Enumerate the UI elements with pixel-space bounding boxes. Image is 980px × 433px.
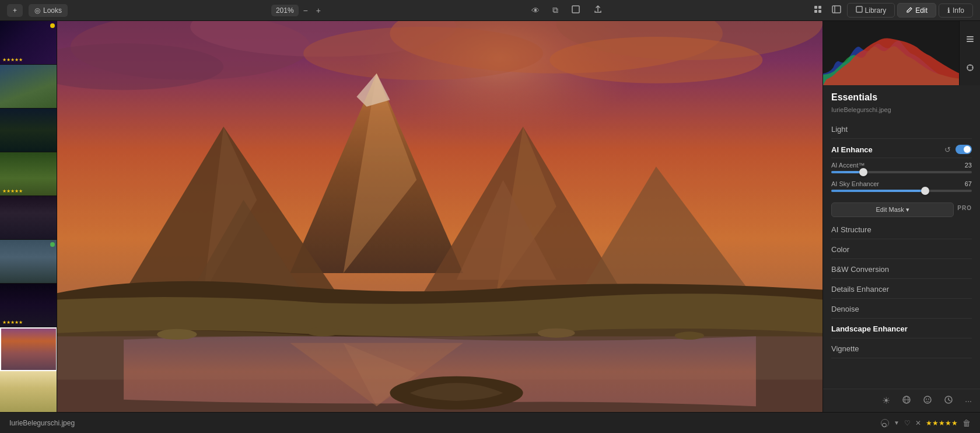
zoom-display[interactable]: 201% — [271, 5, 299, 16]
histogram-area — [823, 21, 980, 85]
crop-icon — [571, 5, 580, 16]
svg-point-50 — [928, 399, 929, 400]
layers-panel-icon[interactable] — [962, 31, 978, 47]
panel-filename: IurieBelegurschi.jpeg — [831, 106, 972, 113]
library-button[interactable]: Library — [847, 3, 895, 18]
add-button[interactable]: + — [7, 4, 23, 17]
crop-button[interactable] — [568, 2, 584, 18]
svg-rect-0 — [572, 6, 579, 13]
section-denoise[interactable]: Denoise — [831, 300, 972, 319]
zoom-in-button[interactable]: + — [313, 4, 324, 18]
main-image-svg — [57, 21, 822, 412]
preview-button[interactable]: 👁 — [528, 4, 543, 18]
section-ai-structure[interactable]: AI Structure — [831, 221, 972, 239]
film-item-8[interactable] — [0, 327, 57, 371]
svg-rect-38 — [967, 39, 974, 40]
zoom-out-button[interactable]: − — [300, 4, 312, 18]
ai-sky-label-row: AI Sky Enhancer 67 — [831, 180, 972, 187]
main-content: ★★★★★ ★★★★★ ★★★★★ ★★★★★ — [0, 21, 980, 412]
film-stars-7: ★★★★★ — [2, 320, 23, 325]
status-delete[interactable]: 🗑 — [963, 418, 971, 428]
pro-badge: PRO — [957, 205, 972, 211]
edit-button[interactable]: Edit — [897, 3, 936, 18]
film-item-3[interactable] — [0, 109, 57, 152]
edit-label: Edit — [915, 6, 928, 15]
section-landscape[interactable]: Landscape Enhancer — [831, 320, 972, 338]
ai-enhance-undo-button[interactable]: ↺ — [944, 145, 951, 154]
film-stars-1: ★★★★★ — [2, 57, 23, 62]
film-item-9[interactable] — [0, 371, 57, 412]
compare-button[interactable]: ⧉ — [549, 3, 562, 18]
globe-icon — [902, 395, 911, 406]
section-vignette[interactable]: Vignette — [831, 340, 972, 358]
panel-title: Essentials — [831, 92, 972, 103]
section-denoise-label: Denoise — [831, 305, 859, 313]
section-ai-structure-label: AI Structure — [831, 225, 872, 234]
info-icon: ℹ — [947, 6, 950, 15]
sun-icon: ☀ — [882, 395, 890, 406]
svg-point-48 — [924, 396, 931, 403]
three-dots-icon: ··· — [965, 396, 972, 406]
section-landscape-label: Landscape Enhancer — [831, 324, 908, 333]
share-button[interactable] — [590, 2, 606, 18]
status-heart[interactable]: ♡ — [904, 419, 911, 427]
edit-icon — [906, 6, 913, 15]
film-item-1[interactable]: ★★★★★ — [0, 21, 57, 65]
info-button[interactable]: ℹ Info — [939, 4, 973, 18]
sidebar-toggle-button[interactable] — [828, 2, 845, 18]
edit-mask-button[interactable]: Edit Mask ▾ — [831, 202, 954, 217]
section-bw[interactable]: B&W Conversion — [831, 260, 972, 279]
dots-icon-button[interactable]: ··· — [961, 394, 975, 408]
ai-enhance-header: AI Enhance ↺ — [831, 140, 972, 158]
clock-icon-button[interactable] — [940, 393, 957, 408]
grid-icon — [813, 5, 822, 16]
right-panel: Essentials IurieBelegurschi.jpeg Light A… — [822, 21, 980, 412]
status-circle-down[interactable]: ▼ — [894, 420, 900, 426]
library-icon — [856, 6, 863, 15]
status-rating[interactable]: ★★★★★ — [926, 419, 958, 427]
sun-icon-button[interactable]: ☀ — [878, 393, 894, 408]
section-details[interactable]: Details Enhancer — [831, 280, 972, 299]
svg-rect-2 — [818, 6, 821, 9]
svg-rect-5 — [832, 6, 841, 13]
ai-sky-track[interactable] — [831, 190, 972, 192]
looks-label: Looks — [43, 6, 62, 15]
looks-button[interactable]: ◎ Looks — [29, 4, 68, 17]
globe-icon-button[interactable] — [898, 393, 915, 408]
status-circle[interactable]: ○ — [881, 419, 889, 427]
section-light[interactable]: Light — [831, 120, 972, 139]
ai-accent-label: AI Accent™ — [831, 162, 864, 169]
film-item-4[interactable]: ★★★★★ — [0, 152, 57, 196]
panel-bottom-icons: ☀ — [823, 389, 980, 412]
film-item-2[interactable] — [0, 65, 57, 109]
adjustments-panel-icon[interactable] — [962, 60, 978, 76]
status-actions: ○ ▼ ♡ ✕ ★★★★★ 🗑 — [881, 418, 971, 428]
grid-button[interactable] — [810, 2, 826, 18]
ai-accent-thumb[interactable] — [859, 168, 867, 176]
face-icon-button[interactable] — [919, 393, 936, 408]
topbar-right: Library Edit ℹ Info — [810, 2, 973, 18]
film-item-6[interactable] — [0, 240, 57, 284]
svg-rect-7 — [856, 6, 862, 12]
ai-enhance-toggle[interactable] — [956, 145, 972, 154]
film-item-5[interactable] — [0, 196, 57, 240]
ai-sky-thumb[interactable] — [921, 187, 929, 195]
ai-accent-track[interactable] — [831, 171, 972, 173]
ai-sky-fill — [831, 190, 925, 192]
ai-sky-value: 67 — [965, 180, 972, 187]
histogram-svg — [823, 21, 980, 85]
clock-icon — [944, 395, 953, 406]
eye-icon: 👁 — [531, 6, 540, 15]
zoom-control: 201% − + — [271, 4, 324, 18]
face-icon — [923, 395, 932, 406]
svg-rect-3 — [814, 10, 817, 13]
section-color[interactable]: Color — [831, 240, 972, 259]
svg-line-53 — [949, 400, 950, 401]
svg-rect-1 — [814, 6, 817, 9]
film-item-7[interactable]: ★★★★★ — [0, 284, 57, 327]
status-reject[interactable]: ✕ — [915, 419, 921, 427]
ai-sky-label: AI Sky Enhancer — [831, 180, 879, 187]
section-details-label: Details Enhancer — [831, 285, 889, 294]
ai-accent-fill — [831, 171, 863, 173]
ai-enhance-controls: ↺ — [944, 145, 972, 154]
